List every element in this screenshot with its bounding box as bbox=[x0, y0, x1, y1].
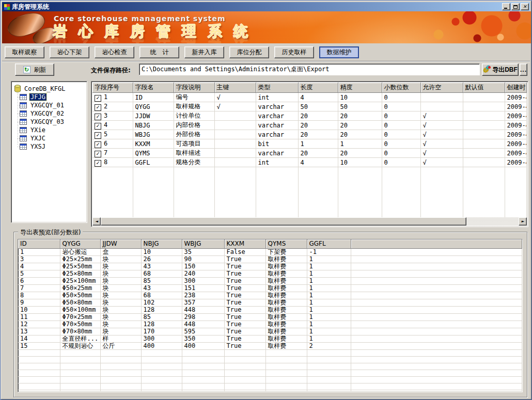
table-row[interactable] bbox=[18, 383, 522, 390]
export-dbf-button[interactable]: ⚙ ⚙ 导出DBF bbox=[482, 63, 519, 76]
table-row[interactable]: 11Φ70×25mm块85298True取样费1 bbox=[18, 313, 522, 321]
preview-table: IDQYGGJJDWNBJGWBJGKXXMQYMSGGFL1岩心搬运盒1035… bbox=[18, 239, 522, 392]
table-cell: 7 bbox=[18, 284, 60, 292]
table-cell: 2009-4- bbox=[505, 139, 527, 149]
table-cell bbox=[214, 111, 256, 121]
column-header[interactable]: WBJG bbox=[182, 239, 224, 248]
tree-item-yxgcqy-03[interactable]: YXGCQY_03 bbox=[20, 118, 86, 126]
table-row[interactable]: 3JJDW计价单位varchar20200√2009-4- bbox=[92, 111, 527, 121]
toolbar-button-core-check[interactable]: 岩心检查 bbox=[95, 46, 134, 58]
table-cell: 取样费 bbox=[265, 328, 307, 335]
table-cell: 128 bbox=[141, 306, 182, 313]
column-header[interactable]: 允许空 bbox=[420, 83, 463, 93]
table-row[interactable]: 5Φ25×80mm块68240True取样费1 bbox=[18, 270, 522, 277]
table-row[interactable]: 1岩心搬运盒1035False下架费-1 bbox=[18, 248, 522, 255]
column-header[interactable]: 默认值 bbox=[463, 83, 505, 93]
table-row[interactable]: 5WBJG外部价格varchar20200√2009-4- bbox=[92, 130, 527, 139]
scroll-right-button[interactable]: ► bbox=[519, 217, 527, 226]
tree-item-yxjc[interactable]: YXJC bbox=[20, 134, 86, 142]
tree-item-yxsj[interactable]: YXSJ bbox=[20, 142, 86, 151]
column-header[interactable]: 字段序号 bbox=[92, 83, 133, 93]
maximize-button[interactable] bbox=[511, 3, 520, 10]
scrollbar-track[interactable] bbox=[466, 217, 519, 226]
table-row[interactable]: 3Φ25×25mm块2690True取样费1 bbox=[18, 255, 522, 263]
column-header[interactable]: 创建时 bbox=[505, 83, 527, 93]
tree-item-label: YXGCQY_02 bbox=[29, 110, 65, 117]
table-row[interactable]: 8GGFL规格分类int4100√2009-4- bbox=[92, 158, 527, 167]
browse-path-button[interactable]: ... bbox=[520, 63, 527, 76]
table-row[interactable] bbox=[18, 363, 522, 370]
table-row[interactable] bbox=[18, 376, 522, 383]
table-cell bbox=[182, 376, 224, 383]
table-row[interactable]: 6Φ25×100mm块85300True取样费1 bbox=[18, 277, 522, 284]
column-header[interactable]: JJDW bbox=[100, 239, 141, 248]
close-button[interactable]: ✕ bbox=[521, 3, 529, 10]
refresh-button[interactable]: ↻ 刷新 bbox=[15, 63, 54, 76]
table-row[interactable]: 4NBJG内部价格varchar20200√2009-4- bbox=[92, 121, 527, 130]
toolbar-button-sampling-observation[interactable]: 取样观察 bbox=[5, 46, 44, 58]
toolbar-button-data-maintenance[interactable]: 数据维护 bbox=[319, 46, 359, 58]
table-cell bbox=[224, 376, 265, 383]
table-row[interactable]: 8Φ50×50mm块68238True取样费1 bbox=[18, 292, 522, 299]
title-bar[interactable]: 库房管理系统 ✕ bbox=[2, 2, 530, 11]
table-row[interactable]: 6KXXM可选项目bit110√2009-4- bbox=[92, 139, 527, 149]
table-cell: 2009-4- bbox=[505, 121, 527, 130]
table-cell: 取样费 bbox=[265, 292, 307, 299]
table-row[interactable]: 14全直径样...样300350True取样费1 bbox=[18, 335, 522, 342]
toolbar-button-history-sampling[interactable]: 历史取样 bbox=[274, 46, 314, 58]
table-cell: 0 bbox=[382, 130, 420, 139]
column-header[interactable]: 精度 bbox=[338, 83, 382, 93]
toolbar-button-statistics[interactable]: 统 计 bbox=[139, 46, 179, 58]
tree-item-jfjg[interactable]: JFJG bbox=[20, 93, 86, 101]
toolbar-button-storage-allocation[interactable]: 库位分配 bbox=[229, 46, 269, 58]
table-row[interactable] bbox=[18, 356, 522, 363]
table-cell: 1 bbox=[307, 335, 351, 342]
table-cell: 不规则岩心 bbox=[60, 342, 100, 349]
column-header[interactable]: KXXM bbox=[224, 239, 265, 248]
tree-item-yxie[interactable]: YXie bbox=[20, 126, 86, 134]
table-row[interactable]: 15不规则岩心公斤400400True取样费2 bbox=[18, 342, 522, 349]
table-row[interactable] bbox=[92, 167, 527, 218]
save-path-input[interactable] bbox=[139, 63, 480, 75]
scroll-left-button[interactable]: ◄ bbox=[92, 217, 101, 226]
table-row[interactable] bbox=[18, 349, 522, 356]
column-header[interactable]: 长度 bbox=[298, 83, 338, 93]
tree-root-coredb[interactable]: CoreDB_KFGL bbox=[12, 84, 86, 93]
column-header[interactable]: ID bbox=[18, 239, 60, 248]
scrollbar-thumb[interactable] bbox=[101, 217, 466, 226]
column-header[interactable]: 字段说明 bbox=[174, 83, 214, 93]
table-row[interactable]: 10Φ50×100mm块128448True取样费1 bbox=[18, 306, 522, 313]
table-row[interactable]: 12Φ70×50mm块128448True取样费1 bbox=[18, 321, 522, 328]
horizontal-scrollbar[interactable]: ◄ ► bbox=[92, 217, 527, 226]
table-cell: 3 bbox=[92, 111, 133, 121]
table-row[interactable] bbox=[18, 370, 522, 376]
table-cell bbox=[92, 167, 133, 218]
minimize-button[interactable] bbox=[502, 3, 510, 10]
column-header[interactable]: QYMS bbox=[265, 239, 307, 248]
column-header[interactable]: 小数位数 bbox=[382, 83, 420, 93]
fields-table: 字段序号字段名字段说明主键类型长度精度小数位数允许空默认值创建时1ID编号√in… bbox=[92, 83, 527, 217]
table-cell: 块 bbox=[100, 306, 141, 313]
column-header[interactable]: 主键 bbox=[214, 83, 256, 93]
toolbar-button-new-well-inbound[interactable]: 新井入库 bbox=[184, 46, 224, 58]
toolbar-button-core-unshelve[interactable]: 岩心下架 bbox=[50, 46, 89, 58]
table-row[interactable]: 7QYMS取样描述varchar20200√2009-4- bbox=[92, 149, 527, 158]
table-row[interactable] bbox=[18, 390, 522, 392]
table-row[interactable]: 13Φ70×80mm块170595True取样费1 bbox=[18, 328, 522, 335]
table-cell: Φ70×50mm bbox=[60, 321, 100, 328]
column-header[interactable]: 字段名 bbox=[133, 83, 174, 93]
table-cell: 400 bbox=[141, 342, 182, 349]
tree-item-yxgcqy-02[interactable]: YXGCQY_02 bbox=[20, 109, 86, 118]
column-header[interactable]: 类型 bbox=[256, 83, 298, 93]
table-row[interactable]: 2QYGG取样规格√varchar505002009-4- bbox=[92, 102, 527, 111]
table-row[interactable]: 1ID编号√int41002009-4- bbox=[92, 93, 527, 102]
column-header[interactable]: GGFL bbox=[307, 239, 351, 248]
column-header[interactable] bbox=[351, 239, 522, 248]
database-icon bbox=[14, 85, 21, 92]
tree-item-yxgcqy-01[interactable]: YXGCQY_01 bbox=[20, 101, 86, 109]
table-row[interactable]: 7Φ50×25mm块43151True取样费1 bbox=[18, 284, 522, 292]
column-header[interactable]: QYGG bbox=[60, 239, 100, 248]
table-row[interactable]: 9Φ50×80mm块102357True取样费1 bbox=[18, 299, 522, 306]
table-row[interactable]: 4Φ25×50mm块43150True取样费1 bbox=[18, 263, 522, 270]
column-header[interactable]: NBJG bbox=[141, 239, 182, 248]
